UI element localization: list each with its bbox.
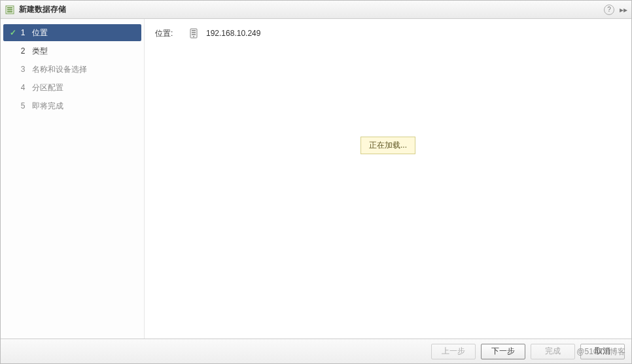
loading-text: 正在加载...: [369, 141, 407, 150]
step-ready: ✓ 5 即将完成: [3, 97, 141, 114]
step-label: 即将完成: [32, 101, 63, 112]
dialog-title: 新建数据存储: [19, 4, 604, 15]
step-type[interactable]: ✓ 2 类型: [3, 42, 141, 59]
help-icon[interactable]: ?: [604, 5, 614, 15]
step-label: 名称和设备选择: [32, 64, 87, 75]
step-number: 4: [18, 83, 28, 92]
wizard-sidebar: ✓ 1 位置 ✓ 2 类型 ✓ 3 名称和设备选择 ✓ 4 分区配置 ✓ 5: [1, 19, 145, 339]
svg-rect-6: [192, 32, 196, 33]
next-button[interactable]: 下一步: [481, 344, 525, 359]
expand-icon[interactable]: ▸▸: [620, 5, 627, 14]
check-icon: ✓: [9, 28, 18, 37]
host-icon: [189, 27, 198, 39]
step-number: 5: [18, 101, 28, 110]
svg-rect-2: [7, 9, 12, 10]
loading-indicator: 正在加载...: [360, 137, 415, 154]
step-label: 类型: [32, 46, 48, 57]
step-label: 分区配置: [32, 82, 63, 93]
dialog-titlebar: 新建数据存储 ? ▸▸: [1, 1, 631, 19]
finish-button: 完成: [531, 344, 575, 359]
step-number: 2: [18, 46, 28, 56]
svg-rect-1: [7, 7, 12, 8]
back-button: 上一步: [431, 344, 476, 359]
new-datastore-dialog: 新建数据存储 ? ▸▸ ✓ 1 位置 ✓ 2 类型 ✓ 3 名称和设备选择: [0, 0, 632, 364]
titlebar-controls: ? ▸▸: [604, 5, 627, 15]
location-field: 位置: 192.168.10.249: [155, 25, 621, 41]
datastore-icon: [5, 5, 15, 15]
svg-rect-7: [192, 34, 196, 35]
cancel-button[interactable]: 取消: [580, 344, 625, 359]
step-label: 位置: [32, 27, 48, 39]
svg-rect-5: [192, 30, 196, 31]
dialog-body: ✓ 1 位置 ✓ 2 类型 ✓ 3 名称和设备选择 ✓ 4 分区配置 ✓ 5: [1, 19, 631, 339]
dialog-footer: 上一步 下一步 完成 取消: [1, 339, 631, 363]
step-number: 3: [18, 65, 28, 74]
svg-point-8: [193, 36, 194, 37]
step-name-device: ✓ 3 名称和设备选择: [3, 61, 141, 78]
wizard-content: 位置: 192.168.10.249 正在加载...: [145, 19, 631, 339]
location-label: 位置:: [155, 28, 181, 39]
step-number: 1: [18, 28, 28, 37]
step-partition: ✓ 4 分区配置: [3, 79, 141, 96]
location-value: 192.168.10.249: [206, 29, 260, 38]
svg-rect-3: [7, 11, 12, 12]
step-location[interactable]: ✓ 1 位置: [3, 24, 141, 41]
